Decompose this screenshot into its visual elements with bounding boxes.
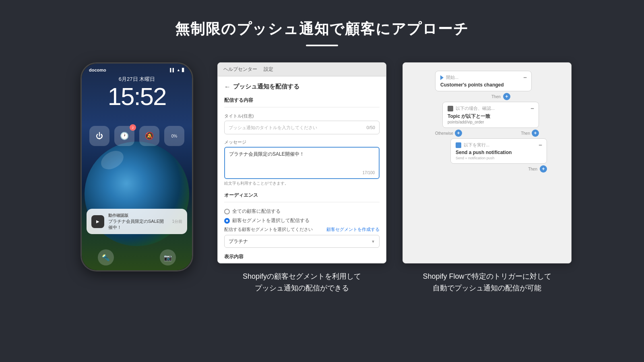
section3-label: 表示内容 (224, 253, 380, 260)
battery-icon: ▊ (182, 68, 185, 72)
phone-icons: ▌▌ ▲ ▊ (170, 68, 185, 72)
page-title: 無制限のプッシュ通知で顧客にアプローチ (175, 19, 469, 39)
message-value: プラチナ会員限定のSALE開催中！ (229, 151, 375, 158)
segment-select[interactable]: プラチナ ▼ (224, 235, 380, 248)
condition-header: 以下の場合、確認... ━ (448, 105, 534, 111)
notif-app-name: 動作確認版 (108, 213, 168, 218)
phone-section: docomo ▌▌ ▲ ▊ 6月27日 木曜日 15:52 ⏻ (72, 62, 201, 272)
widget-battery: ⏻ (89, 126, 109, 146)
title-placeholder: プッシュ通知のタイトルを入力してください (229, 125, 317, 131)
push-notification: ▶ 動作確認版 プラチナ会員限定のSALE開催中！ 1分前 (87, 209, 187, 234)
signal-icon: ▌▌ (170, 68, 175, 72)
camera-icon: 📷 (160, 249, 176, 265)
notif-content: 動作確認版 プラチナ会員限定のSALE開催中！ (108, 213, 168, 230)
flow-action-node: 以下を実行... ━ Send a push notification Send… (450, 138, 547, 164)
condition-menu-icon: ━ (531, 106, 534, 111)
widget-clock: 🕐 2 (114, 126, 134, 146)
condition-sub: points/add/vip_order (448, 120, 534, 124)
phone-time: 15:52 (82, 83, 192, 110)
nav-settings[interactable]: 設定 (264, 66, 273, 73)
right-caption: Shopify Flowで特定のトリガーに対して 自動でプッシュ通知の配信が可能 (423, 271, 551, 294)
right-section: 開始... ━ Customer's points changed Then + (402, 62, 572, 294)
phone-status-bar: docomo ▌▌ ▲ ▊ (82, 68, 192, 72)
flow-start-node: 開始... ━ Customer's points changed (435, 71, 532, 91)
notif-message: プラチナ会員限定のSALE開催中！ (108, 218, 168, 230)
right-caption-line1: Shopify Flowで特定のトリガーに対して (423, 272, 551, 280)
otherwise-label: Otherwise (435, 131, 453, 136)
camera-symbol: 📷 (164, 254, 172, 261)
wifi-icon: ▲ (177, 68, 180, 72)
title-field-label: タイトル(任意) (224, 113, 380, 119)
section2-label: オーディエンス (224, 192, 380, 199)
phone-carrier: docomo (89, 68, 106, 72)
phone-widgets: ⏻ 🕐 2 🔕 0% (82, 126, 192, 146)
select-arrow-icon: ▼ (371, 239, 375, 244)
segment-select-label: 配信する顧客セグメントを選択してください (224, 226, 313, 232)
center-caption-line2: プッシュ通知の配信ができる (255, 284, 349, 292)
radio-all-label: 全ての顧客に配信する (232, 208, 281, 215)
app-logo: ▶ (96, 219, 99, 224)
radio-all[interactable] (224, 209, 230, 214)
earth-highlight (98, 147, 127, 173)
radio-segment[interactable] (224, 218, 230, 224)
battery-widget-icon: ⏻ (96, 132, 103, 140)
message-char-count: 17/100 (362, 171, 375, 175)
segment-value: プラチナ (229, 238, 248, 245)
send-notation: Send = notification push (456, 156, 542, 160)
action-icon (456, 142, 461, 148)
divider1 (224, 107, 380, 107)
phone-inner: docomo ▌▌ ▲ ▊ 6月27日 木曜日 15:52 ⏻ (82, 64, 192, 270)
notif-time: 1分前 (172, 219, 182, 224)
section1-label: 配信する内容 (224, 97, 380, 104)
center-caption-line1: Shopifyの顧客セグメントを利用して (243, 272, 361, 280)
radio-segment-label: 顧客セグメントを選択して配信する (232, 217, 310, 224)
flashlight-icon: 🔦 (98, 249, 114, 265)
action-header: 以下を実行... ━ (456, 142, 542, 148)
flashlight-symbol: 🔦 (102, 254, 110, 261)
flow-start-header: 開始... ━ (440, 74, 526, 80)
widget-percent: 0% (164, 126, 184, 146)
otherwise-plus[interactable]: + (455, 130, 462, 137)
textarea-content-wrapper: プラチナ会員限定のSALE開催中！ 17/100 (229, 151, 375, 175)
back-arrow-icon: ← (224, 83, 231, 90)
then-label-3: Then (528, 167, 537, 171)
clock-widget-icon: 🕐 (120, 132, 129, 140)
condition-label: 以下の場合、確認... (456, 105, 531, 111)
content-area: docomo ▌▌ ▲ ▊ 6月27日 木曜日 15:52 ⏻ (0, 62, 644, 294)
clock-badge: 2 (130, 124, 136, 131)
panel-title-text: プッシュ通知を配信する (233, 83, 299, 90)
panel-body: ← プッシュ通知を配信する 配信する内容 タイトル(任意) プッシュ通知のタイト… (218, 76, 386, 262)
percent-label: 0% (171, 134, 177, 138)
title-char-count: 0/50 (367, 125, 375, 130)
action-label: 以下を実行... (464, 142, 539, 148)
message-textarea[interactable]: プラチナ会員限定のSALE開催中！ 17/100 (224, 147, 380, 179)
panel-title: ← プッシュ通知を配信する (224, 83, 380, 90)
message-label: メッセージ (224, 139, 380, 145)
condition-icon (448, 106, 453, 111)
phone-frame: docomo ▌▌ ▲ ▊ 6月27日 木曜日 15:52 ⏻ (80, 62, 193, 272)
form-note: 絵文字も利用することができます。 (224, 181, 380, 186)
start-label: 開始... (446, 74, 524, 80)
phone-bottom-bar: 🔦 📷 (82, 249, 192, 265)
radio-row-all: 全ての顧客に配信する (224, 208, 380, 215)
segment-create-link[interactable]: 顧客セグメントを作成する (326, 226, 380, 232)
then-plus-2[interactable]: + (532, 130, 539, 137)
segment-row: 配信する顧客セグメントを選択してください 顧客セグメントを作成する (224, 226, 380, 232)
nav-help[interactable]: ヘルプセンター (223, 66, 257, 73)
action-menu-icon: ━ (539, 142, 542, 148)
title-underline (306, 45, 338, 46)
divider2 (224, 202, 380, 202)
start-menu-icon: ━ (524, 75, 526, 80)
action-content: Send a push notification (456, 150, 542, 155)
flow-condition-node: 以下の場合、確認... ━ Topic が以下と一致 points/add/vi… (442, 102, 539, 128)
notif-app-icon: ▶ (91, 215, 104, 228)
phone-date: 6月27日 木曜日 (82, 76, 192, 83)
audience-section: 全ての顧客に配信する 顧客セグメントを選択して配信する (224, 208, 380, 224)
center-section: ヘルプセンター 設定 ← プッシュ通知を配信する 配信する内容 タイトル(任意)… (217, 62, 386, 294)
start-icon (440, 75, 444, 80)
title-input[interactable]: プッシュ通知のタイトルを入力してください 0/50 (224, 121, 380, 134)
then-plus-3[interactable]: + (540, 165, 547, 173)
radio-row-segment: 顧客セグメントを選択して配信する (224, 217, 380, 224)
then-plus-1[interactable]: + (503, 93, 510, 100)
panel-nav: ヘルプセンター 設定 (218, 63, 386, 76)
